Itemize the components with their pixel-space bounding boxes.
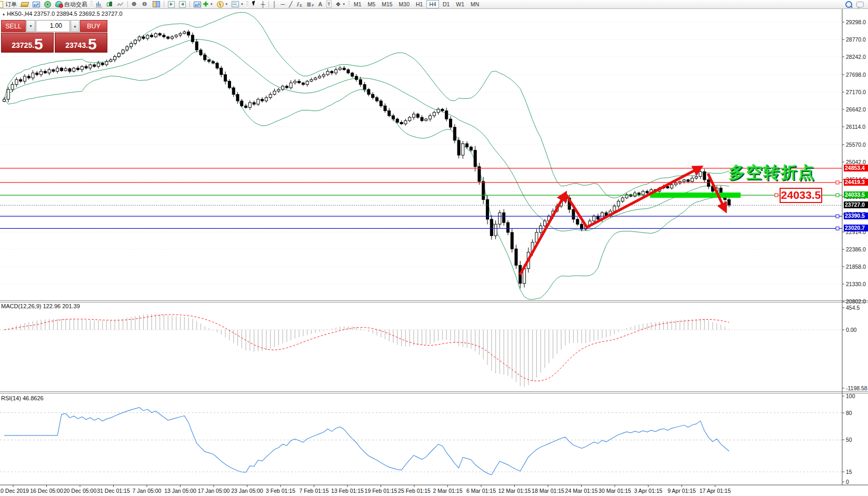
symbol-ohlc-label: HK50-,H4 23757.0 23894.5 23692.5 23727.0 [7, 11, 123, 17]
chevron-down-icon: ▾ [211, 2, 213, 6]
timeframe-w1[interactable]: W1 [453, 0, 467, 8]
zoom-in-icon: ⊕ [132, 1, 138, 7]
new-order-icon[interactable] [0, 1, 3, 8]
chart-canvas[interactable] [0, 0, 868, 496]
text-tool-icon: A [318, 1, 322, 7]
hline-tool-button[interactable]: ─ [278, 1, 287, 8]
label-tool-button[interactable]: T [324, 1, 334, 8]
sell-price-big-digit: 5 [34, 38, 43, 50]
text-tool-button[interactable]: A [316, 1, 324, 8]
rsi-pane [0, 408, 842, 475]
timeframe-m30[interactable]: M30 [396, 0, 412, 8]
axis-tick-label: 21858.0 [846, 264, 866, 270]
sell-label: SELL [5, 23, 22, 30]
auto-scroll-icon [168, 1, 175, 8]
buy-price-box[interactable]: 23743. 5 [55, 33, 107, 53]
toolbar: 订单 自动交易 ⊕ ⊖ ✚▾ ▾ ▾ ┼ │ ─ [0, 0, 868, 9]
axis-tick-label: 27170.0 [846, 89, 866, 95]
timeframe-bar: M1M5M15M30H1H4D1W1MN [351, 0, 482, 8]
bar-chart-button[interactable] [94, 1, 104, 8]
market-watch-button[interactable] [31, 1, 42, 8]
toolbar-separator [268, 1, 269, 7]
crosshair-tool-button[interactable]: ┼ [259, 1, 267, 8]
trendline-tool-button[interactable]: ╱ [287, 1, 295, 8]
time-tick-label: 13 Feb 01:15 [331, 488, 364, 494]
vline-tool-button[interactable]: │ [271, 1, 278, 8]
time-tick-label: 16 Dec 05:00 [30, 488, 63, 494]
time-tick-label: 7 Feb 01:15 [299, 488, 328, 494]
axis-tick-label: -1198.58 [846, 385, 867, 391]
crosshair-icon: ┼ [261, 1, 265, 7]
timeframe-m15[interactable]: M15 [379, 0, 395, 8]
channel-tool-button[interactable]: ⫽E [295, 1, 305, 8]
radar-icon [44, 1, 51, 8]
price-axis[interactable]: 29298.028770.028242.027698.027170.026642… [842, 9, 868, 485]
shapes-tool-button[interactable]: ❖▾ [334, 1, 347, 8]
axis-tick-label: 25570.0 [846, 141, 866, 148]
trend-arrows [520, 167, 725, 275]
period-button[interactable]: ▾ [215, 1, 230, 8]
axis-tick-label: 15 [846, 469, 852, 475]
label-tool-icon: T [326, 1, 332, 8]
add-indicator-button[interactable]: ✚▾ [192, 1, 215, 8]
chevron-down-icon: ▾ [343, 2, 345, 6]
toolbar-right [845, 1, 868, 8]
gold-icon [21, 2, 29, 7]
timeframe-m5[interactable]: M5 [365, 0, 378, 8]
chat-icon[interactable] [856, 2, 864, 7]
bar-chart-icon [96, 1, 102, 7]
time-tick-label: 3 Feb 01:15 [266, 488, 295, 494]
axis-tick-label: 80 [846, 410, 852, 416]
sell-price-box[interactable]: 23725. 5 [1, 33, 54, 53]
toolbar-separator [189, 1, 190, 7]
timeframe-d1[interactable]: D1 [440, 0, 452, 8]
level-price-label: 23390.5 [844, 212, 868, 219]
line-chart-button[interactable] [115, 1, 126, 8]
volume-down-button[interactable]: ▼ [26, 20, 35, 32]
gold-button[interactable] [19, 1, 31, 8]
macd-label: MACD(12,26,9) 122.96 201.39 [1, 303, 80, 309]
axis-tick-label: 50 [846, 437, 852, 443]
zoom-out-icon: ⊖ [142, 1, 148, 7]
timeframe-m1[interactable]: M1 [351, 0, 364, 8]
price-tag-label[interactable]: 24033.5 [780, 188, 822, 203]
symbol-arrow-icon: ▴ [3, 12, 5, 16]
timeframe-h1[interactable]: H1 [413, 0, 425, 8]
candle-chart-button[interactable] [104, 1, 115, 8]
autotrading-button[interactable]: 自动交易 [53, 1, 89, 8]
trendline-icon: ╱ [289, 1, 293, 7]
template-button[interactable]: ▾ [230, 1, 245, 8]
tile-windows-button[interactable] [151, 1, 162, 8]
volume-input[interactable]: 1.00 [36, 20, 70, 32]
time-tick-label: 6 Mar 01:15 [466, 488, 496, 494]
auto-scroll-button[interactable] [166, 1, 177, 8]
zoom-in-button[interactable]: ⊕ [129, 1, 140, 8]
navigator-button[interactable] [42, 1, 53, 8]
toolbar-grip [91, 1, 93, 7]
sell-price: 23725. [12, 42, 34, 49]
axis-tick-label: 28770.0 [846, 36, 866, 43]
zoom-out-button[interactable]: ⊖ [140, 1, 151, 8]
time-tick-label: 18 Mar 01:15 [532, 488, 564, 494]
sell-button[interactable]: SELL [1, 20, 26, 32]
candle-chart-icon [106, 2, 113, 7]
chart-shift-button[interactable] [177, 1, 188, 8]
cursor-tool-button[interactable] [250, 1, 259, 8]
timeframe-mn[interactable]: MN [468, 0, 482, 8]
shapes-icon: ❖ [336, 1, 341, 7]
channel-sub-label: E [300, 4, 303, 7]
timeframe-h4[interactable]: H4 [426, 0, 438, 8]
horizontal-line-icon: ─ [281, 1, 285, 7]
buy-button[interactable]: BUY [80, 20, 107, 32]
new-order-button[interactable]: 订单 [3, 1, 19, 8]
volume-up-button[interactable]: ▲ [71, 20, 79, 32]
annotation-text[interactable]: 多空转折点 [729, 164, 815, 180]
buy-label: BUY [87, 23, 101, 30]
search-icon[interactable] [845, 1, 852, 8]
one-click-trading-panel: SELL ▼ 1.00 ▲ BUY 23725. 5 23743. 5 [1, 20, 107, 53]
fibonacci-tool-button[interactable]: ≣F [304, 1, 316, 8]
axis-tick-label: 27698.0 [846, 72, 866, 78]
plus-icon: ✚ [203, 2, 208, 7]
time-tick-label: 3 Apr 01:15 [634, 488, 663, 494]
toolbar-separator [127, 1, 128, 7]
